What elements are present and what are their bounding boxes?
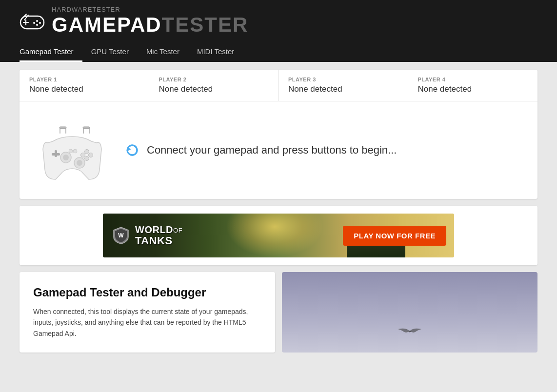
ad-left: W WORLDOF TANKS bbox=[103, 224, 343, 247]
info-body: When connected, this tool displays the c… bbox=[33, 306, 261, 339]
svg-rect-9 bbox=[60, 127, 66, 129]
wot-shield-icon: W bbox=[112, 226, 130, 245]
svg-rect-14 bbox=[89, 129, 90, 134]
ad-of: OF bbox=[173, 226, 182, 234]
ad-play-button[interactable]: PLAY NOW FOR FREE bbox=[343, 226, 446, 246]
nav-mic-tester[interactable]: Mic Tester bbox=[138, 42, 188, 62]
info-card: Gamepad Tester and Debugger When connect… bbox=[20, 272, 275, 353]
svg-rect-10 bbox=[60, 129, 60, 134]
nav-gamepad-tester[interactable]: Gamepad Tester bbox=[20, 42, 82, 62]
player-4-label: PLAYER 4 bbox=[418, 77, 528, 82]
svg-rect-11 bbox=[65, 129, 66, 134]
site-name: HARDWARETESTER bbox=[52, 6, 248, 13]
header: HARDWARETESTER GAMEPADTESTER Gamepad Tes… bbox=[0, 0, 557, 62]
player-1-status: None detected bbox=[29, 84, 139, 94]
svg-point-6 bbox=[36, 24, 38, 26]
svg-point-4 bbox=[39, 22, 41, 24]
bird-icon bbox=[390, 319, 429, 343]
svg-point-24 bbox=[77, 160, 82, 166]
player-1-label: PLAYER 1 bbox=[29, 77, 139, 82]
nav-midi-tester[interactable]: MIDI Tester bbox=[188, 42, 243, 62]
player-slot-4[interactable]: PLAYER 4 None detected bbox=[408, 70, 538, 101]
gamepad-area: Connect your gamepad and press buttons t… bbox=[20, 101, 537, 199]
ad-card: W WORLDOF TANKS PLAY NOW FOR FREE bbox=[20, 206, 537, 265]
player-3-status: None detected bbox=[288, 84, 398, 94]
site-name-bold: HARDWARE bbox=[52, 6, 92, 13]
header-titles: HARDWARETESTER GAMEPADTESTER bbox=[45, 6, 248, 37]
svg-point-25 bbox=[69, 149, 73, 153]
svg-rect-13 bbox=[83, 129, 84, 134]
player-slots: PLAYER 1 None detected PLAYER 2 None det… bbox=[20, 70, 537, 101]
main-nav: Gamepad Tester GPU Tester Mic Tester MID… bbox=[20, 42, 537, 62]
bird-scene bbox=[282, 272, 537, 353]
svg-point-20 bbox=[85, 157, 89, 161]
app-title: GAMEPADTESTER bbox=[52, 13, 248, 37]
player-2-status: None detected bbox=[159, 84, 269, 94]
gamepad-illustration bbox=[34, 116, 110, 184]
svg-text:W: W bbox=[118, 232, 124, 239]
site-name-light: TESTER bbox=[92, 6, 120, 13]
ad-tanks: TANKS bbox=[135, 235, 173, 247]
svg-point-29 bbox=[409, 331, 411, 332]
svg-point-19 bbox=[81, 153, 85, 157]
player-slot-2[interactable]: PLAYER 2 None detected bbox=[149, 70, 279, 101]
player-slot-3[interactable]: PLAYER 3 None detected bbox=[278, 70, 408, 101]
image-card bbox=[282, 272, 537, 353]
svg-point-22 bbox=[63, 155, 69, 160]
svg-point-5 bbox=[33, 22, 35, 24]
info-title: Gamepad Tester and Debugger bbox=[33, 286, 261, 299]
wot-title: WORLDOF TANKS bbox=[135, 224, 182, 247]
svg-point-17 bbox=[85, 150, 89, 154]
main-content: PLAYER 1 None detected PLAYER 2 None det… bbox=[0, 62, 557, 360]
refresh-icon bbox=[124, 142, 140, 158]
svg-point-26 bbox=[73, 149, 77, 153]
connect-message: Connect your gamepad and press buttons t… bbox=[124, 142, 397, 158]
info-section: Gamepad Tester and Debugger When connect… bbox=[20, 272, 537, 353]
nav-gpu-tester[interactable]: GPU Tester bbox=[82, 42, 138, 62]
svg-point-18 bbox=[89, 153, 93, 157]
svg-rect-12 bbox=[83, 127, 90, 129]
logo-icon bbox=[20, 12, 45, 31]
ad-banner[interactable]: W WORLDOF TANKS PLAY NOW FOR FREE bbox=[103, 214, 454, 257]
connect-message-text: Connect your gamepad and press buttons t… bbox=[147, 144, 397, 157]
player-4-status: None detected bbox=[418, 84, 528, 94]
ad-brand: WORLD bbox=[135, 224, 173, 235]
player-2-label: PLAYER 2 bbox=[159, 77, 269, 82]
app-title-bold: GAMEPAD bbox=[52, 13, 162, 36]
player-card: PLAYER 1 None detected PLAYER 2 None det… bbox=[20, 70, 537, 199]
svg-point-3 bbox=[36, 20, 38, 22]
header-top: HARDWARETESTER GAMEPADTESTER bbox=[20, 6, 537, 37]
player-slot-1[interactable]: PLAYER 1 None detected bbox=[20, 70, 149, 101]
svg-rect-16 bbox=[52, 153, 60, 156]
player-3-label: PLAYER 3 bbox=[288, 77, 398, 82]
app-title-light: TESTER bbox=[162, 13, 249, 36]
